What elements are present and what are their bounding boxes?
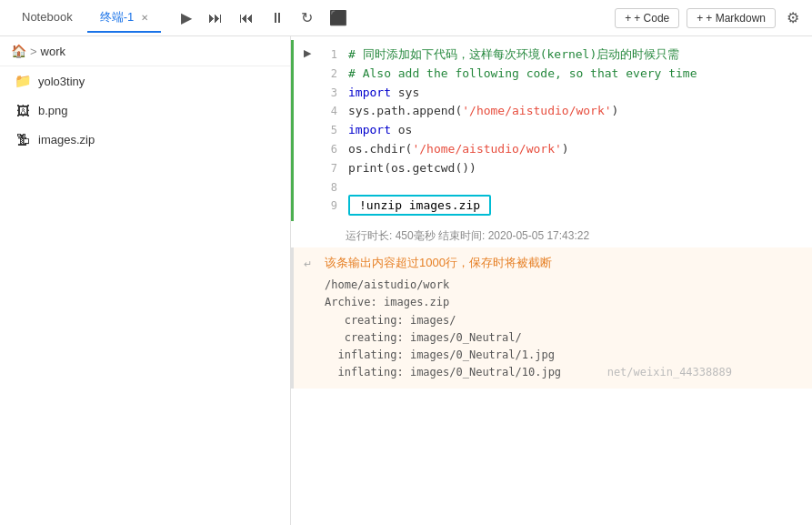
output-line-2: Archive: images.zip	[325, 294, 808, 311]
tab-terminal[interactable]: 终端-1 ✕	[87, 4, 161, 33]
output-text-block: /home/aistudio/work Archive: images.zip …	[325, 277, 808, 381]
code-line-1: 1 # 同时添加如下代码，这样每次环境(kernel)启动的时候只需	[321, 45, 812, 65]
sidebar-item-label: images.zip	[38, 133, 95, 146]
action-buttons: ▶ ⏭ ⏮ ⏸ ↻ ⬛	[177, 7, 351, 28]
cell-meta-text: 运行时长: 450毫秒 结束时间: 2020-05-05 17:43:22	[346, 229, 589, 242]
line-number: 7	[321, 160, 348, 177]
code-line-6: 6 os.chdir('/home/aistudio/work')	[321, 140, 812, 159]
home-icon[interactable]: 🏠	[11, 44, 26, 58]
terminal-tab-label: 终端-1	[100, 10, 135, 24]
line-code: !unzip images.zip	[348, 197, 812, 216]
tab-bar: Notebook 终端-1 ✕	[9, 4, 161, 33]
line-code: import os	[348, 121, 812, 140]
output-line-3: creating: images/	[325, 312, 808, 329]
code-line-4: 4 sys.path.append('/home/aistudio/work')	[321, 102, 812, 121]
add-code-button[interactable]: + + Code	[615, 8, 679, 28]
code-line-8: 8	[321, 178, 812, 197]
cell-metadata: 运行时长: 450毫秒 结束时间: 2020-05-05 17:43:22	[291, 225, 812, 247]
step-back-button[interactable]: ⏮	[236, 8, 257, 28]
line-number: 4	[321, 103, 348, 120]
restart-button[interactable]: ↻	[297, 7, 316, 28]
output-arrow-icon: ↵	[304, 258, 312, 270]
toolbar-right: + + Code + + Markdown ⚙	[615, 7, 803, 28]
highlighted-command: !unzip images.zip	[348, 195, 491, 216]
run-button[interactable]: ▶	[177, 7, 195, 28]
line-code: print(os.getcwd())	[348, 159, 812, 178]
line-number: 8	[321, 179, 348, 197]
output-content: 该条输出内容超过1000行，保存时将被截断 /home/aistudio/wor…	[321, 247, 812, 389]
fast-forward-button[interactable]: ⏭	[205, 8, 226, 28]
breadcrumb-current: work	[41, 45, 65, 58]
line-number: 9	[321, 197, 348, 215]
sidebar-item-label: b.png	[38, 104, 68, 117]
file-sidebar: 🏠 > work 📁 yolo3tiny 🖼 b.png 🗜 images.zi…	[0, 36, 291, 525]
cell-code-content[interactable]: 1 # 同时添加如下代码，这样每次环境(kernel)启动的时候只需 2 # A…	[321, 40, 812, 221]
toolbar: Notebook 终端-1 ✕ ▶ ⏭ ⏮ ⏸ ↻ ⬛ + + Code + +…	[0, 0, 812, 36]
run-cell-icon[interactable]: ▶	[304, 47, 311, 59]
output-warning-text: 该条输出内容超过1000行，保存时将被截断	[325, 255, 808, 271]
output-line-6: inflating: images/0_Neutral/10.jpg net/w…	[325, 364, 808, 381]
breadcrumb: 🏠 > work	[0, 36, 290, 66]
line-code	[348, 178, 812, 197]
code-line-9: 9 !unzip images.zip	[321, 197, 812, 216]
notebook-tab-label: Notebook	[22, 10, 73, 24]
code-line-2: 2 # Also add the following code, so that…	[321, 65, 812, 84]
save-button[interactable]: ⬛	[326, 7, 351, 28]
cell-run-indicator[interactable]: ▶	[294, 40, 321, 221]
plus-icon: +	[625, 12, 631, 25]
line-code: # Also add the following code, so that e…	[348, 65, 812, 84]
output-line-4: creating: images/0_Neutral/	[325, 329, 808, 347]
breadcrumb-separator: >	[30, 45, 37, 58]
zip-file-icon: 🗜	[15, 131, 31, 147]
folder-icon: 📁	[15, 73, 31, 89]
line-number: 3	[321, 85, 348, 102]
add-markdown-label: + Markdown	[706, 12, 766, 25]
main-layout: 🏠 > work 📁 yolo3tiny 🖼 b.png 🗜 images.zi…	[0, 36, 812, 525]
line-code: os.chdir('/home/aistudio/work')	[348, 140, 812, 159]
output-indicator: ↵	[294, 247, 321, 389]
line-code: import sys	[348, 84, 812, 103]
line-code: sys.path.append('/home/aistudio/work')	[348, 102, 812, 121]
line-number: 5	[321, 122, 348, 139]
sidebar-item-yolo3tiny[interactable]: 📁 yolo3tiny	[0, 66, 290, 96]
close-tab-icon[interactable]: ✕	[141, 13, 148, 23]
code-line-5: 5 import os	[321, 121, 812, 140]
code-cell: ▶ 1 # 同时添加如下代码，这样每次环境(kernel)启动的时候只需 2 #…	[291, 40, 812, 221]
watermark-text: net/weixin_44338889	[561, 366, 732, 379]
line-number: 6	[321, 141, 348, 158]
code-line-7: 7 print(os.getcwd())	[321, 159, 812, 178]
sidebar-item-label: yolo3tiny	[38, 75, 85, 88]
add-markdown-button[interactable]: + + Markdown	[687, 8, 776, 28]
settings-button[interactable]: ⚙	[783, 7, 803, 28]
output-line-1: /home/aistudio/work	[325, 277, 808, 294]
code-line-3: 3 import sys	[321, 84, 812, 103]
image-file-icon: 🖼	[15, 102, 31, 118]
line-number: 1	[321, 46, 348, 64]
plus-icon2: +	[697, 12, 703, 25]
code-lines: 1 # 同时添加如下代码，这样每次环境(kernel)启动的时候只需 2 # A…	[321, 45, 812, 216]
output-line-5: inflating: images/0_Neutral/1.jpg	[325, 347, 808, 364]
sidebar-item-imageszip[interactable]: 🗜 images.zip	[0, 125, 290, 154]
tab-notebook[interactable]: Notebook	[9, 5, 85, 31]
add-code-label: + Code	[634, 12, 669, 25]
line-number: 2	[321, 66, 348, 83]
pause-button[interactable]: ⏸	[266, 8, 288, 28]
output-cell: ↵ 该条输出内容超过1000行，保存时将被截断 /home/aistudio/w…	[291, 247, 812, 389]
line-code: # 同时添加如下代码，这样每次环境(kernel)启动的时候只需	[348, 45, 812, 65]
notebook-area: ▶ 1 # 同时添加如下代码，这样每次环境(kernel)启动的时候只需 2 #…	[291, 36, 812, 525]
sidebar-item-bpng[interactable]: 🖼 b.png	[0, 96, 290, 125]
